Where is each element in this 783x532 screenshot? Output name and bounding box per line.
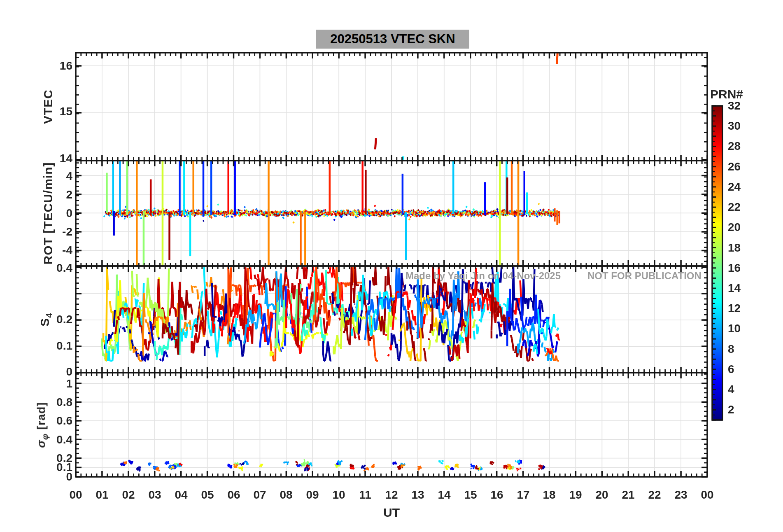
xtick-06: 06 xyxy=(227,488,240,502)
cbtick-10: 10 xyxy=(728,322,741,335)
watermark-made-by: Made by Yaqi Jin on 04-Nov-2025 xyxy=(405,270,561,282)
cbtick-14: 14 xyxy=(728,282,741,295)
ytick-vtec-15: 15 xyxy=(44,105,72,118)
xtick-03: 03 xyxy=(148,488,161,502)
ytick-rot-0: 0 xyxy=(44,207,72,220)
ytick-s4-01: 0.1 xyxy=(44,339,72,352)
cbtick-4: 4 xyxy=(728,383,734,396)
xaxis-label: UT xyxy=(383,506,400,520)
cbtick-22: 22 xyxy=(728,201,741,214)
ytick-sigma-1: 1 xyxy=(44,377,72,390)
xtick-07: 07 xyxy=(253,488,266,502)
ytick-s4-0: 0 xyxy=(44,365,72,378)
ytick-rot-2: 2 xyxy=(44,188,72,201)
cbtick-30: 30 xyxy=(728,119,741,133)
xtick-11: 11 xyxy=(359,488,371,502)
xtick-19: 19 xyxy=(569,488,582,502)
cbtick-8: 8 xyxy=(728,343,734,356)
xtick-17: 17 xyxy=(517,488,529,502)
cbtick-12: 12 xyxy=(728,302,741,315)
cbtick-16: 16 xyxy=(728,261,741,275)
cbtick-32: 32 xyxy=(728,99,741,112)
ytick-sigma-0: 0 xyxy=(44,470,72,483)
xtick-08: 08 xyxy=(280,488,292,502)
xtick-21: 21 xyxy=(622,488,634,502)
xtick-13: 13 xyxy=(411,488,424,502)
cbtick-26: 26 xyxy=(728,160,741,173)
ytick-rot-neg2: -2 xyxy=(44,225,72,238)
cbtick-20: 20 xyxy=(728,221,741,234)
ytick-rot-neg4: -4 xyxy=(44,244,72,257)
watermark-not-for-publication: NOT FOR PUBLICATION xyxy=(587,270,701,282)
cbtick-24: 24 xyxy=(728,180,741,194)
xtick-15: 15 xyxy=(464,488,477,502)
ytick-rot-4: 4 xyxy=(44,170,72,183)
chart-canvas xyxy=(0,0,783,532)
cbtick-28: 28 xyxy=(728,140,741,153)
cbtick-2: 2 xyxy=(728,403,734,416)
xtick-16: 16 xyxy=(490,488,503,502)
xtick-10: 10 xyxy=(332,488,345,502)
xtick-18: 18 xyxy=(543,488,555,502)
scintillation-plot-page: 20250513 VTEC SKN Made by Yaqi Jin on 04… xyxy=(0,0,783,532)
xtick-14: 14 xyxy=(438,488,450,502)
xtick-22: 22 xyxy=(648,488,661,502)
ytick-vtec-16: 16 xyxy=(44,59,72,72)
ytick-s4-04: 0.4 xyxy=(44,261,72,275)
ytick-sigma-06: 0.6 xyxy=(44,414,72,427)
plot-title: 20250513 VTEC SKN xyxy=(316,30,469,49)
ytick-vtec-14: 14 xyxy=(44,152,72,165)
xtick-24: 00 xyxy=(701,488,713,502)
xtick-20: 20 xyxy=(595,488,608,502)
xtick-23: 23 xyxy=(674,488,687,502)
xtick-00: 00 xyxy=(69,488,82,502)
ytick-sigma-04: 0.4 xyxy=(44,433,72,446)
xtick-09: 09 xyxy=(306,488,319,502)
cbtick-6: 6 xyxy=(728,363,734,376)
ytick-s4-02: 0.2 xyxy=(44,313,72,326)
cbtick-18: 18 xyxy=(728,241,741,254)
xtick-01: 01 xyxy=(96,488,108,502)
xtick-04: 04 xyxy=(175,488,187,502)
xtick-02: 02 xyxy=(122,488,135,502)
ytick-sigma-08: 0.8 xyxy=(44,396,72,409)
xtick-12: 12 xyxy=(385,488,398,502)
xtick-05: 05 xyxy=(201,488,214,502)
plot-title-text: 20250513 VTEC SKN xyxy=(330,32,455,47)
